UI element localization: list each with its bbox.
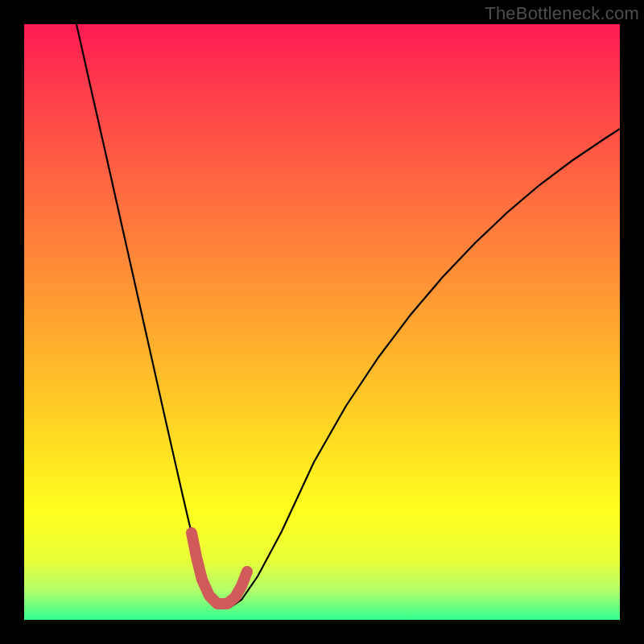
plot-frame (24, 24, 620, 620)
curve-svg (24, 24, 620, 620)
bottleneck-curve-path (76, 24, 620, 608)
minimum-marker (192, 533, 247, 604)
watermark-text: TheBottleneck.com (485, 3, 639, 24)
